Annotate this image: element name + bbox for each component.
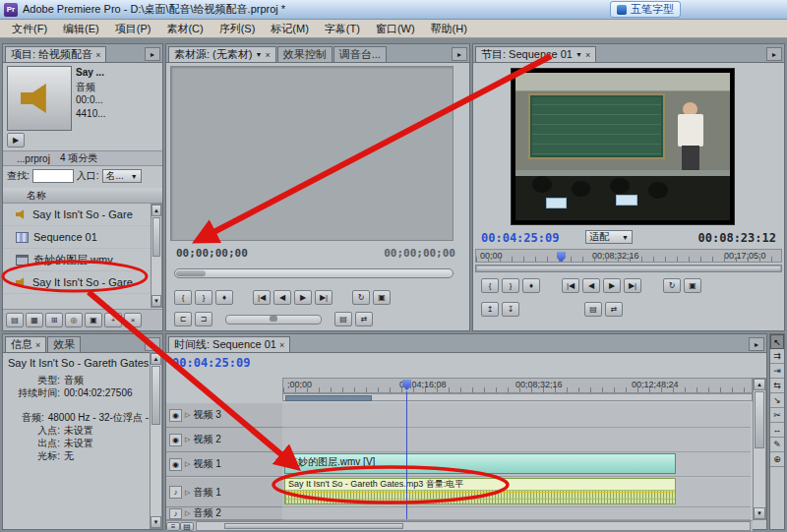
output-button[interactable]: ▣ [684,278,701,293]
set-in-button[interactable]: { [481,278,499,293]
track-expand-icon[interactable]: ▷ [185,509,190,517]
source-scrub-bar[interactable] [174,268,454,278]
audio-clip[interactable]: Say It Isn't So - Gareth Gates.mp3 音量:电平 [284,478,676,504]
track-content-audio1[interactable]: Say It Isn't So - Gareth Gates.mp3 音量:电平 [282,478,751,507]
scroll-down-button[interactable]: ▼ [151,295,161,307]
trim-button[interactable]: ⇄ [605,302,623,317]
close-icon[interactable]: × [95,50,100,60]
menu-sequence[interactable]: 序列(S) [212,21,264,37]
track-display-button[interactable]: ≡ [166,522,180,531]
project-item-audio-1[interactable]: Say It Isn't So - Gare [3,204,151,226]
scroll-up-button[interactable]: ▲ [151,353,161,365]
menu-window[interactable]: 窗口(W) [368,21,423,37]
output-button[interactable]: ▣ [373,290,391,305]
menu-help[interactable]: 帮助(H) [423,21,475,37]
step-forward-button[interactable]: ▶| [315,290,333,305]
icon-view-button[interactable]: ▦ [26,313,43,327]
set-out-button[interactable]: } [195,290,212,305]
snap-button[interactable]: ▤ [180,522,194,531]
export-frame-button[interactable]: ▤ [334,312,352,326]
scroll-thumb[interactable] [152,217,160,257]
timeline-panel-menu-button[interactable]: ▸ [749,337,764,351]
tab-audio-mixer[interactable]: 调音台... [333,46,387,62]
menu-title[interactable]: 字幕(T) [317,21,368,37]
track-mute-toggle[interactable]: ♪ [169,508,182,519]
tab-timeline[interactable]: 时间线: Sequence 01 × [168,336,290,352]
scroll-thumb[interactable] [755,391,764,448]
project-item-audio-2[interactable]: Say It Isn't So - Gare [3,271,151,294]
program-view-scrollbar[interactable] [475,265,782,272]
tool-selection[interactable]: ↖ [770,334,784,349]
set-out-button[interactable]: } [502,278,519,293]
timeline-vscrollbar[interactable]: ▲ ▼ [753,378,766,520]
tab-info[interactable]: 信息 × [5,336,46,352]
source-timecode[interactable]: 00;00;00;00 [176,247,248,260]
work-area-bar[interactable] [282,393,753,401]
insert-button[interactable]: ⊏ [174,312,192,326]
menu-edit[interactable]: 编辑(E) [55,21,107,37]
find-button[interactable]: ◎ [65,313,83,327]
project-scrollbar[interactable]: ▲ ▼ [151,204,162,308]
export-frame-button[interactable]: ▤ [584,302,602,317]
loop-button[interactable]: ↻ [352,290,370,305]
entry-select[interactable]: 名... ▼ [102,169,142,183]
preview-play-button[interactable]: ▶ [7,133,25,148]
overlay-button[interactable]: ⊐ [195,312,212,326]
add-marker-button[interactable]: ♦ [215,290,233,305]
close-icon[interactable]: × [279,340,284,350]
scrub-knob[interactable] [176,270,206,276]
extract-button[interactable]: ↧ [502,302,519,317]
tab-effects[interactable]: 效果 [47,336,81,352]
track-content-video3[interactable] [282,403,751,428]
tool-rate-stretch[interactable]: ↘ [770,393,784,408]
tool-ripple-edit[interactable]: ⇥ [770,364,784,379]
menu-project[interactable]: 项目(P) [107,21,159,37]
hscroll-thumb[interactable] [224,523,403,529]
program-timecode[interactable]: 00:04:25:09 [481,231,559,245]
tool-track-select[interactable]: ⇉ [770,349,784,364]
play-button[interactable]: ▶ [294,290,312,305]
track-content-video1[interactable]: 奇妙的图层.wmv [V] [282,452,751,477]
tab-source[interactable]: 素材源: (无素材) ▼ × [168,46,276,62]
chevron-down-icon[interactable]: ▼ [255,51,262,58]
scroll-up-button[interactable]: ▲ [151,205,161,216]
toggle-take-button[interactable]: ⇄ [355,312,373,326]
close-icon[interactable]: × [35,340,40,350]
new-item-button[interactable]: + [104,313,122,327]
track-content-audio2[interactable] [282,507,751,520]
track-content-video2[interactable] [282,428,751,452]
project-item-video[interactable]: 奇妙的图层.wmv [3,249,151,271]
track-output-toggle[interactable]: ◉ [169,409,182,422]
scroll-down-button[interactable]: ▼ [151,516,161,528]
ime-badge[interactable]: 五笔字型 [610,1,681,18]
menu-file[interactable]: 文件(F) [4,21,55,37]
project-panel-menu-button[interactable]: ▸ [145,47,160,61]
go-to-in-button[interactable]: |◀ [253,290,271,305]
delete-button[interactable]: × [124,313,142,327]
shuttle-slider[interactable] [225,315,322,325]
go-to-in-button[interactable]: |◀ [562,278,579,293]
list-view-button[interactable]: ▤ [6,313,24,327]
track-expand-icon[interactable]: ▷ [185,436,190,443]
step-back-button[interactable]: ◀ [582,278,600,293]
info-scrollbar[interactable]: ▲ ▼ [150,352,162,529]
step-back-button[interactable]: ◀ [273,290,291,305]
source-panel-menu-button[interactable]: ▸ [452,47,467,61]
loop-button[interactable]: ↻ [663,278,681,293]
track-expand-icon[interactable]: ▷ [185,460,190,468]
chevron-down-icon[interactable]: ▼ [575,51,582,58]
timeline-hscrollbar[interactable] [196,521,751,531]
track-expand-icon[interactable]: ▷ [185,489,190,497]
scroll-up-button[interactable]: ▲ [754,379,765,390]
track-output-toggle[interactable]: ◉ [169,458,182,471]
close-icon[interactable]: × [585,50,590,60]
close-icon[interactable]: × [265,50,270,60]
work-area-thumb[interactable] [285,395,372,401]
new-bin-button[interactable]: ▣ [85,313,102,327]
track-expand-icon[interactable]: ▷ [185,411,190,419]
timeline-ruler[interactable]: ;00;00 00;04;16;08 00;08;32;16 00;12;48;… [282,378,753,393]
tab-program[interactable]: 节目: Sequence 01 ▼ × [475,46,596,62]
scroll-thumb[interactable] [151,366,160,425]
tool-rolling-edit[interactable]: ⇆ [770,379,784,393]
program-ruler[interactable]: 00;00 00;08;32;16 00;17;05;0 [475,249,782,263]
